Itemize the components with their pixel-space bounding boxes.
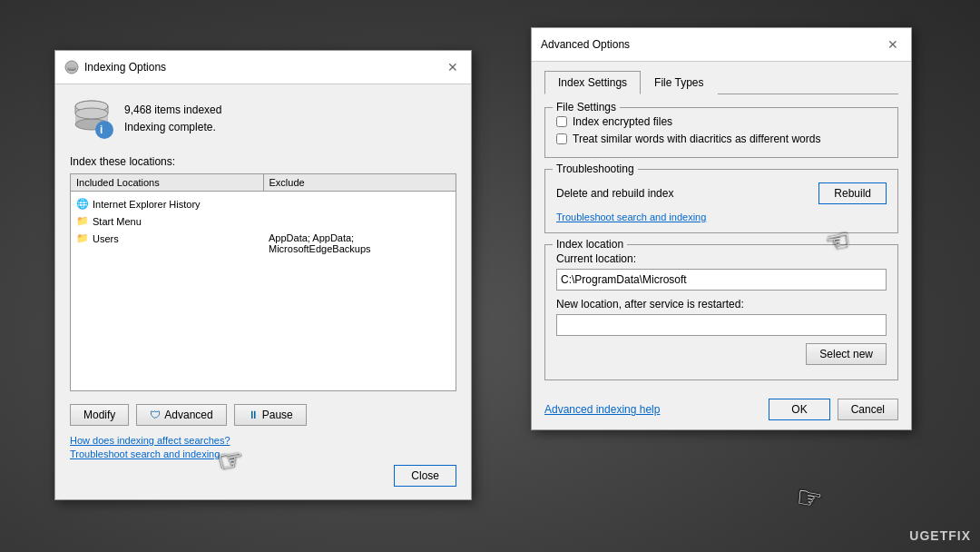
indexing-titlebar: Indexing Options ✕ xyxy=(55,51,471,84)
start-menu-exclude xyxy=(263,214,456,216)
ie-icon: 🌐 xyxy=(76,198,89,210)
tabs-row: Index Settings File Types xyxy=(544,71,898,94)
advanced-titlebar: Advanced Options ✕ xyxy=(532,28,911,62)
indexing-options-dialog: Indexing Options ✕ i 9,468 items indexed… xyxy=(54,50,472,500)
svg-point-3 xyxy=(67,64,76,67)
current-location-field[interactable] xyxy=(556,269,887,291)
new-location-label: New location, after service is restarted… xyxy=(556,298,887,310)
svg-point-8 xyxy=(75,108,108,119)
watermark: UGETFIX xyxy=(909,528,971,543)
folder-blue-icon: 📁 xyxy=(76,215,89,227)
how-does-indexing-link[interactable]: How does indexing affect searches? xyxy=(70,435,456,446)
status-complete: Indexing complete. xyxy=(124,119,221,136)
troubleshoot-search-link[interactable]: Troubleshoot search and indexing xyxy=(556,212,887,222)
index-location-label: Index location xyxy=(553,238,627,251)
rebuild-button[interactable]: Rebuild xyxy=(818,182,887,204)
start-menu-label: Start Menu xyxy=(93,216,142,227)
advanced-indexing-help-link[interactable]: Advanced indexing help xyxy=(544,403,660,416)
col-exclude-header: Exclude xyxy=(264,174,456,191)
ie-history-exclude xyxy=(263,197,456,199)
advanced-button[interactable]: 🛡 Advanced xyxy=(136,404,226,426)
folder-yellow-icon: 📁 xyxy=(76,232,89,244)
indexing-close-main-button[interactable]: Close xyxy=(394,465,456,487)
file-settings-group: File Settings Index encrypted files Trea… xyxy=(544,107,898,158)
troubleshooting-label: Troubleshooting xyxy=(553,163,638,175)
tab-file-types[interactable]: File Types xyxy=(641,71,717,94)
svg-text:i: i xyxy=(100,123,103,136)
current-location-label: Current location: xyxy=(556,252,887,265)
select-new-button[interactable]: Select new xyxy=(806,343,887,365)
index-encrypted-label: Index encrypted files xyxy=(573,115,672,128)
advanced-footer: Advanced indexing help OK Cancel xyxy=(544,393,898,420)
users-label: Users xyxy=(93,233,119,244)
table-row: 📁 Users AppData; AppData; MicrosoftEdgeB… xyxy=(71,230,456,257)
troubleshooting-group: Troubleshooting Delete and rebuild index… xyxy=(544,169,898,233)
tab-index-settings[interactable]: Index Settings xyxy=(544,71,641,94)
database-icon: i xyxy=(70,97,113,141)
cursor-hand-ok: ☞ xyxy=(794,479,826,518)
indexing-title-icon xyxy=(64,60,79,74)
ie-history-label: Internet Explorer History xyxy=(93,199,201,210)
indexing-title-text: Indexing Options xyxy=(84,61,166,74)
cancel-button[interactable]: Cancel xyxy=(838,399,898,420)
diacritics-checkbox[interactable] xyxy=(556,133,567,144)
advanced-close-button[interactable]: ✕ xyxy=(884,35,902,54)
advanced-title-text: Advanced Options xyxy=(541,38,630,51)
modify-button[interactable]: Modify xyxy=(70,404,129,426)
svg-point-9 xyxy=(95,121,113,139)
indexing-close-button[interactable]: ✕ xyxy=(444,58,462,76)
col-included-header: Included Locations xyxy=(71,174,264,191)
locations-table: Included Locations Exclude 🌐 Internet Ex… xyxy=(70,173,456,391)
index-encrypted-checkbox[interactable] xyxy=(556,116,567,127)
pause-button[interactable]: ⏸ Pause xyxy=(234,404,307,426)
shield-icon: 🛡 xyxy=(150,409,161,421)
status-count: 9,468 items indexed xyxy=(124,102,221,119)
advanced-options-dialog: Advanced Options ✕ Index Settings File T… xyxy=(531,27,912,430)
users-exclude: AppData; AppData; MicrosoftEdgeBackups xyxy=(263,232,456,255)
index-location-group: Index location Current location: New loc… xyxy=(544,244,898,380)
new-location-field[interactable] xyxy=(556,314,887,336)
diacritics-label: Treat similar words with diacritics as d… xyxy=(573,133,820,145)
table-row: 📁 Start Menu xyxy=(71,212,456,230)
indexing-buttons-row: Modify 🛡 Advanced ⏸ Pause xyxy=(70,404,456,426)
table-row: 🌐 Internet Explorer History xyxy=(71,195,456,212)
delete-rebuild-label: Delete and rebuild index xyxy=(556,187,673,200)
file-settings-label: File Settings xyxy=(553,101,620,113)
troubleshoot-indexing-link[interactable]: Troubleshoot search and indexing xyxy=(70,448,456,459)
pause-icon: ⏸ xyxy=(248,409,259,421)
index-locations-label: Index these locations: xyxy=(70,155,456,168)
ok-button[interactable]: OK xyxy=(769,399,829,420)
